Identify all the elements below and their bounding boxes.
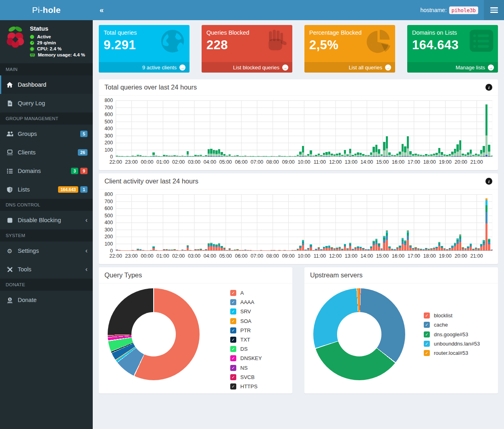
x-tick-label: 15:00 xyxy=(376,253,389,259)
hamburger-menu-icon[interactable] xyxy=(484,0,504,20)
bar xyxy=(239,250,242,250)
legend-label: SVCB xyxy=(240,374,254,380)
legend-item[interactable]: ✓cache xyxy=(424,320,480,329)
legend-item[interactable]: ✓SRV xyxy=(230,307,262,316)
card-footer-link[interactable]: 9 active clients → xyxy=(99,62,190,73)
info-icon[interactable]: i xyxy=(485,178,492,185)
sidebar-item-settings[interactable]: ⚙ Settings ‹ xyxy=(0,242,93,260)
legend-checkbox-icon[interactable]: ✓ xyxy=(230,299,236,305)
donate-icon: $ xyxy=(6,297,13,303)
panel-header: Query Types xyxy=(99,267,292,283)
bar xyxy=(302,240,304,250)
percentage-blocked-card[interactable]: Percentage Blocked 2,5% List all queries… xyxy=(304,25,395,73)
card-footer-link[interactable]: List blocked queries → xyxy=(202,62,292,73)
legend-item[interactable]: ✓dns.google#53 xyxy=(424,329,480,339)
sidebar-item-donate[interactable]: $ Donate xyxy=(0,291,93,309)
panel-title: Client activity over last 24 hours xyxy=(104,177,198,185)
bar xyxy=(414,247,417,250)
sidebar-item-label: Donate xyxy=(18,297,37,303)
bar xyxy=(444,248,446,250)
legend-item[interactable]: ✓HTTPS xyxy=(230,382,262,391)
legend-checkbox-icon[interactable]: ✓ xyxy=(424,312,430,319)
domains-on-lists-card[interactable]: Domains on Lists 164.643 Manage lists → xyxy=(407,25,498,73)
sidebar-item-tools[interactable]: Tools ‹ xyxy=(0,260,93,279)
bar xyxy=(119,156,121,156)
legend-item[interactable]: ✓NS xyxy=(230,363,262,373)
legend-checkbox-icon[interactable]: ✓ xyxy=(424,341,430,347)
bar-plot-area[interactable] xyxy=(116,194,492,251)
legend-checkbox-icon[interactable]: ✓ xyxy=(230,346,236,352)
bar xyxy=(367,249,370,250)
legend-checkbox-icon[interactable]: ✓ xyxy=(230,318,236,324)
sidebar-item-disable-blocking[interactable]: Disable Blocking ‹ xyxy=(0,211,93,229)
legend-checkbox-icon[interactable]: ✓ xyxy=(230,383,236,389)
legend-item[interactable]: ✓A xyxy=(230,288,262,298)
x-tick-label: 01:00 xyxy=(156,253,169,259)
legend-checkbox-icon[interactable]: ✓ xyxy=(230,308,236,314)
status-memory-row: Memory usage: 4.4 % xyxy=(30,52,85,57)
legend-checkbox-icon[interactable]: ✓ xyxy=(230,355,236,361)
donut-row: Query Types ✓A✓AAAA✓SRV✓SOA✓PTR✓TXT✓DS✓D… xyxy=(99,267,498,397)
sidebar-collapse-toggle[interactable]: « xyxy=(93,0,110,20)
chevron-left-icon: ‹ xyxy=(85,266,87,273)
legend-item[interactable]: ✓DS xyxy=(230,344,262,354)
client-activity-chart[interactable]: 8007006005004003002001000 22:0023:0000:0… xyxy=(99,190,498,264)
legend-checkbox-icon[interactable]: ✓ xyxy=(230,374,236,380)
bar xyxy=(454,149,456,156)
legend-checkbox-icon[interactable]: ✓ xyxy=(424,350,430,356)
legend-checkbox-icon[interactable]: ✓ xyxy=(230,290,236,296)
bar xyxy=(131,250,134,250)
legend-item[interactable]: ✓SVCB xyxy=(230,373,262,382)
card-footer-link[interactable]: Manage lists → xyxy=(407,62,498,73)
sidebar-item-label: Settings xyxy=(18,248,39,254)
card-title: Percentage Blocked xyxy=(309,29,390,36)
sidebar-item-dashboard[interactable]: Dashboard xyxy=(0,75,93,94)
bar xyxy=(357,152,359,156)
legend-checkbox-icon[interactable]: ✓ xyxy=(424,322,430,328)
legend-item[interactable]: ✓DNSKEY xyxy=(230,354,262,363)
panel-header: Total queries over last 24 hours i xyxy=(99,79,498,96)
bar xyxy=(150,250,152,250)
legend-checkbox-icon[interactable]: ✓ xyxy=(424,331,430,337)
bar-plot-area[interactable] xyxy=(116,100,492,157)
bar xyxy=(273,156,275,156)
legend-checkbox-icon[interactable]: ✓ xyxy=(230,327,236,333)
bar xyxy=(480,150,483,156)
card-footer-link[interactable]: List all queries → xyxy=(304,62,395,73)
bar xyxy=(244,156,247,156)
legend-item[interactable]: ✓TXT xyxy=(230,335,262,344)
y-tick-label: 500 xyxy=(104,213,113,219)
x-axis-labels: 22:0023:0000:0001:0002:0003:0004:0005:00… xyxy=(116,158,492,168)
queries-blocked-card[interactable]: Queries Blocked 228 List blocked queries… xyxy=(202,25,292,73)
sidebar-item-clients[interactable]: Clients 26 xyxy=(0,143,93,162)
legend-item[interactable]: ✓AAAA xyxy=(230,298,262,307)
query-types-donut-chart[interactable] xyxy=(108,288,200,380)
legend-checkbox-icon[interactable]: ✓ xyxy=(230,337,236,343)
total-queries-card[interactable]: Total queries 9.291 9 active clients → xyxy=(99,25,190,73)
bar xyxy=(229,248,231,250)
upstream-servers-donut-chart[interactable] xyxy=(313,288,405,380)
bar xyxy=(341,249,344,250)
legend-checkbox-icon[interactable]: ✓ xyxy=(230,365,236,371)
total-queries-chart[interactable]: 8007006005004003002001000 22:0023:0000:0… xyxy=(99,96,498,170)
bar xyxy=(438,148,441,156)
legend-item[interactable]: ✓blocklist xyxy=(424,311,480,320)
bar xyxy=(396,247,399,250)
legend-item[interactable]: ✓router.local#53 xyxy=(424,348,480,358)
y-axis-labels: 8007006005004003002001000 xyxy=(101,100,116,157)
bar xyxy=(236,249,239,250)
sidebar-item-label: Groups xyxy=(18,131,37,137)
legend-item[interactable]: ✓SOA xyxy=(230,317,262,326)
bar xyxy=(168,250,171,250)
x-tick-label: 06:00 xyxy=(235,159,248,165)
groups-count-badge: 5 xyxy=(80,131,87,137)
brand-logo[interactable]: Pi-hole xyxy=(0,0,93,20)
sidebar-item-lists[interactable]: Lists 164.643 1 xyxy=(0,180,93,199)
sidebar-item-query-log[interactable]: Query Log xyxy=(0,94,93,112)
legend-item[interactable]: ✓PTR xyxy=(230,326,262,335)
legend-item[interactable]: ✓unbounddns.lan#53 xyxy=(424,339,480,348)
bar xyxy=(242,250,244,250)
sidebar-item-domains[interactable]: Domains 3 9 xyxy=(0,162,93,180)
info-icon[interactable]: i xyxy=(485,84,492,91)
sidebar-item-groups[interactable]: Groups 5 xyxy=(0,125,93,143)
